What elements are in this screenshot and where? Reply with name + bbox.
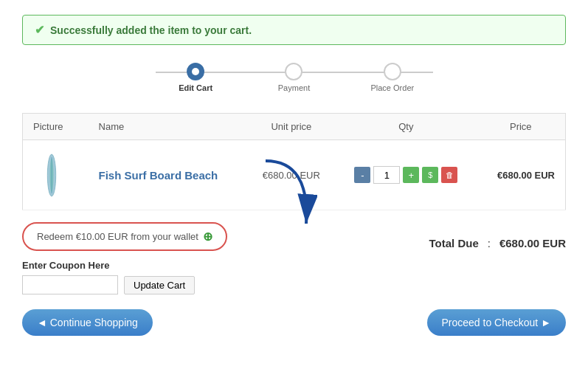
product-picture-cell [23, 140, 89, 210]
progress-steps: Edit Cart Payment Place Order [147, 63, 442, 92]
coupon-section: Enter Coupon Here Update Cart [22, 260, 227, 294]
continue-shopping-button[interactable]: ◄ Continue Shopping [22, 309, 153, 336]
left-bottom: Redeem €10.00 EUR from your wallet ⊕ Ent… [22, 222, 227, 294]
col-unit-price: Unit price [247, 114, 336, 140]
cart-table-container: Picture Name Unit price Qty Price [22, 113, 566, 210]
action-buttons: ◄ Continue Shopping Proceed to Checkout … [22, 309, 566, 336]
step-label-payment: Payment [278, 83, 310, 92]
redeem-button[interactable]: Redeem €10.00 EUR from your wallet ⊕ [22, 222, 227, 251]
unit-price-cell: €680.00 EUR [247, 140, 336, 210]
surfboard-icon [41, 151, 63, 199]
coupon-label: Enter Coupon Here [22, 260, 227, 271]
step-place-order: Place Order [343, 63, 441, 92]
col-picture: Picture [23, 114, 89, 140]
col-name: Name [89, 114, 247, 140]
step-label-edit-cart: Edit Cart [179, 83, 212, 92]
bottom-section: Redeem €10.00 EUR from your wallet ⊕ Ent… [22, 222, 566, 294]
total-section: Total Due : €680.00 EUR [429, 237, 566, 249]
table-row: Fish Surf Board Beach €680.00 EUR - + $ … [23, 140, 566, 210]
coupon-row: Update Cart [22, 275, 227, 294]
proceed-to-checkout-button[interactable]: Proceed to Checkout ► [427, 309, 567, 336]
success-message: Successfully added the item to your cart… [50, 24, 252, 36]
qty-money-button[interactable]: $ [422, 167, 438, 183]
table-header-row: Picture Name Unit price Qty Price [23, 114, 566, 140]
redeem-label: Redeem €10.00 EUR from your wallet [37, 231, 198, 242]
total-amount: €680.00 EUR [499, 237, 566, 249]
check-icon: ✔ [35, 23, 44, 37]
qty-decrease-button[interactable]: - [354, 167, 370, 183]
total-label: Total Due [429, 237, 479, 249]
qty-increase-button[interactable]: + [403, 167, 419, 183]
step-payment: Payment [245, 63, 343, 92]
cart-table: Picture Name Unit price Qty Price [22, 113, 566, 210]
qty-delete-button[interactable]: 🗑 [441, 167, 457, 183]
update-cart-button[interactable]: Update Cart [124, 276, 195, 294]
step-circle-edit-cart [187, 63, 204, 80]
redeem-plus-icon: ⊕ [203, 230, 212, 244]
coupon-input[interactable] [22, 275, 118, 294]
step-edit-cart: Edit Cart [147, 63, 245, 92]
product-name: Fish Surf Board Beach [99, 169, 218, 182]
col-qty: Qty [336, 114, 477, 140]
product-name-cell: Fish Surf Board Beach [89, 140, 247, 210]
step-circle-payment [285, 63, 302, 80]
success-banner: ✔ Successfully added the item to your ca… [22, 15, 566, 45]
qty-controls: - + $ 🗑 [346, 166, 466, 184]
qty-cell: - + $ 🗑 [336, 140, 477, 210]
col-price: Price [477, 114, 566, 140]
step-label-place-order: Place Order [370, 83, 414, 92]
step-circle-place-order [384, 63, 401, 80]
product-image [33, 149, 70, 201]
price-cell: €680.00 EUR [477, 140, 566, 210]
price-value: €680.00 EUR [497, 170, 555, 181]
progress-bar: Edit Cart Payment Place Order [22, 63, 566, 92]
unit-price-value: €680.00 EUR [257, 170, 325, 181]
total-colon: : [488, 237, 491, 249]
qty-input[interactable] [373, 166, 400, 184]
page-wrapper: ✔ Successfully added the item to your ca… [0, 0, 588, 351]
